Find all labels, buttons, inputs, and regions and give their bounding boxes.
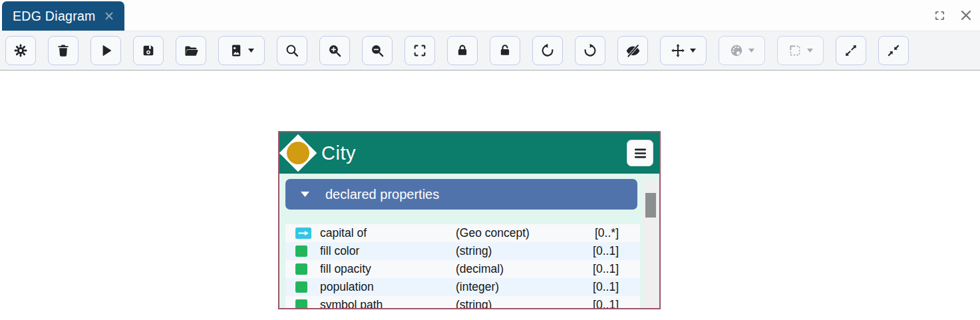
tab-close-icon[interactable]	[104, 11, 114, 21]
property-type: (Geo concept)	[456, 226, 595, 240]
tab-bar: EDG Diagram	[0, 0, 980, 31]
property-type: (string)	[456, 244, 593, 258]
diagram-canvas[interactable]: City declared properties	[0, 71, 980, 319]
hide-button[interactable]	[617, 36, 648, 65]
property-rows: capital of (Geo concept) [0..*] fill col…	[285, 224, 640, 309]
toolbar	[0, 31, 980, 71]
property-cardinality: [0..1]	[593, 262, 640, 276]
tab-edg-diagram[interactable]: EDG Diagram	[2, 1, 124, 31]
scrollbar-thumb[interactable]	[645, 193, 656, 218]
property-type: (decimal)	[456, 262, 593, 276]
window-expand-icon[interactable]	[934, 10, 945, 21]
open-button[interactable]	[176, 36, 206, 65]
node-city-header[interactable]: City	[279, 132, 659, 174]
export-image-button[interactable]	[218, 36, 265, 65]
property-cardinality: [0..*]	[595, 226, 640, 240]
run-button[interactable]	[90, 36, 121, 65]
zoom-out-button[interactable]	[362, 36, 393, 65]
lock-icon	[455, 43, 470, 58]
move-button[interactable]	[660, 36, 707, 65]
gear-icon	[13, 43, 28, 58]
datatype-property-icon	[295, 263, 320, 275]
search-icon	[285, 43, 299, 58]
unlock-button[interactable]	[490, 36, 520, 65]
undo-icon	[540, 43, 555, 58]
window-close-icon[interactable]	[960, 9, 972, 21]
settings-button[interactable]	[5, 36, 36, 65]
property-cardinality: [0..1]	[593, 244, 640, 258]
play-icon	[98, 43, 113, 58]
property-row-capital-of[interactable]: capital of (Geo concept) [0..*]	[285, 224, 640, 242]
tab-title: EDG Diagram	[13, 9, 96, 24]
color-button[interactable]	[719, 36, 765, 65]
section-declared-properties[interactable]: declared properties	[285, 179, 637, 210]
node-body: declared properties capital of (Geo co	[279, 179, 659, 309]
property-name: fill color	[320, 244, 456, 258]
datatype-property-icon	[295, 245, 320, 257]
collapse-all-button[interactable]	[878, 36, 909, 65]
property-row-fill-color[interactable]: fill color (string) [0..1]	[285, 242, 640, 260]
datatype-property-icon	[295, 281, 320, 293]
property-name: symbol path	[320, 298, 456, 309]
folder-open-icon	[184, 43, 199, 59]
section-label: declared properties	[325, 187, 439, 202]
property-row-population[interactable]: population (integer) [0..1]	[285, 278, 640, 296]
property-type: (integer)	[456, 280, 593, 294]
fit-to-screen-button[interactable]	[405, 36, 435, 65]
dashed-square-icon	[788, 43, 802, 58]
dropdown-caret-icon	[248, 49, 254, 53]
arrows-collapse-icon	[886, 43, 901, 58]
fullscreen-icon	[412, 43, 427, 58]
redo-button[interactable]	[575, 36, 605, 65]
node-menu-button[interactable]	[627, 140, 653, 166]
lock-button[interactable]	[447, 36, 478, 65]
property-name: fill opacity	[320, 262, 456, 276]
property-name: population	[320, 280, 456, 294]
dropdown-caret-icon	[807, 49, 813, 53]
delete-button[interactable]	[48, 36, 79, 65]
arrows-expand-icon	[844, 43, 858, 58]
search-button[interactable]	[277, 36, 307, 65]
property-type: (string)	[456, 298, 593, 309]
collapse-caret-icon[interactable]	[301, 192, 309, 197]
save-button[interactable]	[133, 36, 164, 65]
selection-style-button[interactable]	[777, 36, 824, 65]
hamburger-icon	[634, 148, 647, 158]
geo-concept-diamond-icon	[279, 134, 317, 172]
geo-concept-circle-icon	[282, 137, 314, 169]
node-title: City	[321, 142, 356, 164]
zoom-out-icon	[370, 43, 385, 58]
property-cardinality: [0..1]	[593, 280, 640, 294]
palette-icon	[729, 43, 744, 58]
expand-all-button[interactable]	[836, 36, 866, 65]
property-row-fill-opacity[interactable]: fill opacity (decimal) [0..1]	[285, 260, 640, 278]
property-row-symbol-path[interactable]: symbol path (string) [0..1]	[285, 296, 640, 309]
object-property-icon	[295, 228, 320, 239]
datatype-property-icon	[295, 299, 320, 309]
redo-icon	[583, 43, 597, 58]
dropdown-caret-icon	[690, 49, 696, 53]
edg-diagram-window: EDG Diagram	[0, 0, 980, 319]
zoom-in-icon	[327, 43, 342, 58]
zoom-in-button[interactable]	[319, 36, 350, 65]
node-city[interactable]: City declared properties	[278, 131, 661, 309]
property-cardinality: [0..1]	[593, 298, 640, 309]
window-controls	[934, 0, 972, 31]
eye-slash-icon	[625, 43, 641, 59]
trash-icon	[56, 43, 71, 58]
floppy-save-icon	[141, 43, 156, 58]
unlock-icon	[498, 43, 512, 58]
property-name: capital of	[320, 226, 456, 240]
dropdown-caret-icon	[748, 49, 754, 53]
image-icon	[229, 43, 244, 58]
arrows-move-icon	[671, 43, 685, 58]
node-scrollbar[interactable]	[643, 179, 659, 309]
undo-button[interactable]	[532, 36, 563, 65]
